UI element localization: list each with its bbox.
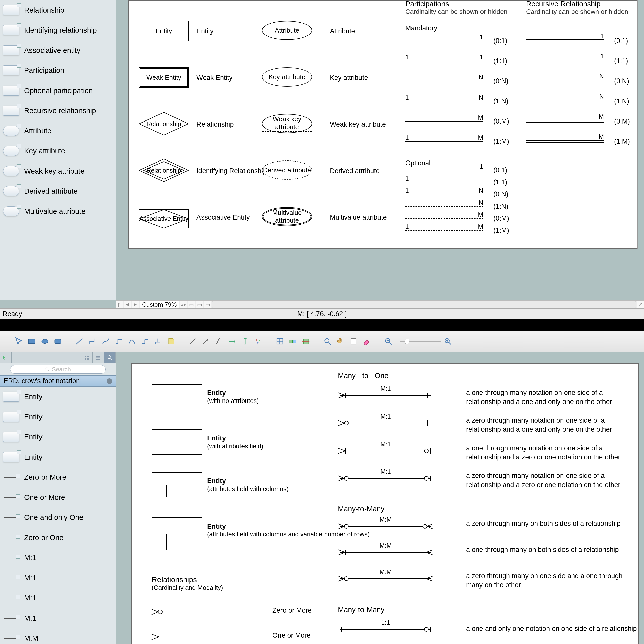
cf-m1-line[interactable]: M:1 xyxy=(338,475,433,482)
participation-line[interactable]: 11 xyxy=(405,61,483,61)
roundrect-tool-icon[interactable] xyxy=(52,335,64,347)
view-mode-3-icon[interactable]: ▭ xyxy=(204,301,211,308)
attribute-shape[interactable]: Attribute xyxy=(262,21,312,40)
panel-split-icon[interactable]: ▯ xyxy=(116,301,123,308)
multivalue-attribute-shape[interactable]: Multivalue attribute xyxy=(262,207,312,226)
lib-item[interactable]: Entity xyxy=(0,447,116,467)
pan-tool-icon[interactable] xyxy=(335,335,347,347)
lib-item[interactable]: M:1 xyxy=(0,568,116,588)
lib-item[interactable]: One or More xyxy=(0,487,116,507)
tab-tree-icon[interactable] xyxy=(0,352,12,363)
eraser-icon[interactable] xyxy=(361,335,373,347)
lib-item[interactable]: Weak key attribute xyxy=(0,161,116,181)
canvas-chen[interactable]: Participations Cardinality can be shown … xyxy=(116,0,644,300)
connector-smart-icon[interactable] xyxy=(113,335,125,347)
search-input[interactable]: Search xyxy=(10,365,106,374)
recursive-line[interactable]: M xyxy=(526,120,604,123)
optional-participation-line[interactable]: N xyxy=(405,206,483,207)
cf-rel-line[interactable] xyxy=(152,633,247,641)
pointer-tool-icon[interactable] xyxy=(13,335,25,347)
dimension-v-icon[interactable] xyxy=(239,335,251,347)
lib-item[interactable]: M:1 xyxy=(0,588,116,608)
associative-entity-shape[interactable]: Associative Entity xyxy=(139,205,189,233)
lib-item[interactable]: Relationship xyxy=(0,0,116,20)
tab-grid-icon[interactable] xyxy=(81,352,93,363)
lib-item[interactable]: Participation xyxy=(0,60,116,81)
tab-search-icon[interactable] xyxy=(104,352,116,363)
close-icon[interactable] xyxy=(107,378,112,384)
key-attribute-shape[interactable]: Key attribute xyxy=(262,67,312,87)
cf-entity-shape[interactable] xyxy=(152,384,202,409)
cf-mm-line[interactable]: M:M xyxy=(338,522,433,530)
derived-attribute-shape[interactable]: Derived attribute xyxy=(262,160,312,180)
lib-item[interactable]: M:1 xyxy=(0,548,116,568)
optional-participation-line[interactable]: 1N xyxy=(405,194,483,194)
cf-mm-line[interactable]: M:M xyxy=(338,575,433,582)
stepper-icon[interactable]: ▴▾ xyxy=(180,301,187,308)
lib-item[interactable]: Associative entity xyxy=(0,40,116,60)
zoom-in-icon[interactable] xyxy=(442,335,454,347)
lib-item[interactable]: M:M xyxy=(0,628,116,644)
cf-m1-line[interactable]: M:1 xyxy=(338,392,433,399)
connector-line-icon[interactable] xyxy=(73,335,86,347)
zoom-slider[interactable] xyxy=(400,341,441,342)
lib-item[interactable]: Key attribute xyxy=(0,141,116,161)
lib-item[interactable]: Zero or More xyxy=(0,467,116,487)
cf-rel-line[interactable] xyxy=(152,608,247,616)
view-mode-1-icon[interactable]: ▭ xyxy=(188,301,195,308)
canvas-crow[interactable]: Entity(with no attributes) Entity(with a… xyxy=(116,352,644,644)
lib-item[interactable]: Identifying relationship xyxy=(0,20,116,40)
line-diag-icon[interactable] xyxy=(187,335,199,347)
note-tool-icon[interactable] xyxy=(165,335,177,347)
cf-entity-shape[interactable] xyxy=(152,429,202,455)
relationship-shape[interactable]: Relationship xyxy=(139,112,189,136)
page-crow[interactable]: Entity(with no attributes) Entity(with a… xyxy=(131,363,639,644)
connector-tree-icon[interactable] xyxy=(152,335,164,347)
rect-tool-icon[interactable] xyxy=(26,335,38,347)
print-area-icon[interactable] xyxy=(348,335,360,347)
participation-line[interactable]: N xyxy=(405,81,483,81)
next-page-icon[interactable]: ► xyxy=(132,301,139,308)
cf-11-line[interactable]: 1:1 xyxy=(338,626,433,633)
cf-entity-shape[interactable] xyxy=(152,517,202,550)
lib-item[interactable]: Optional participation xyxy=(0,81,116,101)
dimension-h-icon[interactable] xyxy=(226,335,238,347)
connector-arc-icon[interactable] xyxy=(126,335,138,347)
snap-grid-icon[interactable] xyxy=(274,335,286,347)
lib-item[interactable]: Entity xyxy=(0,387,116,407)
participation-line[interactable]: 1M xyxy=(405,141,483,142)
connector-elbow-icon[interactable] xyxy=(87,335,99,347)
zoom-select[interactable]: Custom 79% xyxy=(140,301,179,308)
cf-m1-line[interactable]: M:1 xyxy=(338,419,433,427)
weak-entity-shape[interactable]: Weak Entity xyxy=(139,67,189,88)
recursive-line[interactable]: N xyxy=(526,80,604,82)
cf-entity-shape[interactable] xyxy=(152,472,202,497)
lib-item[interactable]: Multivalue attribute xyxy=(0,201,116,221)
lib-item[interactable]: Entity xyxy=(0,407,116,427)
lib-item[interactable]: Zero or One xyxy=(0,528,116,548)
optional-participation-line[interactable]: M xyxy=(405,218,483,219)
cf-mm-line[interactable]: M:M xyxy=(338,549,433,556)
weak-key-attribute-shape[interactable]: Weak key attribute xyxy=(262,114,312,133)
cf-m1-line[interactable]: M:1 xyxy=(338,447,433,455)
spray-icon[interactable] xyxy=(252,335,264,347)
hscroll-bar[interactable]: ▯ ◄ ► Custom 79% ▴▾ ▭ ▭ ▭ ⤢ xyxy=(116,300,644,308)
optional-participation-line[interactable]: 1 xyxy=(405,182,483,182)
snap-obj-icon[interactable] xyxy=(287,335,299,347)
optional-participation-line[interactable]: 1M xyxy=(405,230,483,231)
recursive-line[interactable]: 1 xyxy=(526,39,604,42)
zoom-out-icon[interactable] xyxy=(382,335,394,347)
participation-line[interactable]: 1N xyxy=(405,101,483,101)
lib-item[interactable]: Recursive relationship xyxy=(0,101,116,121)
page-chen[interactable]: Participations Cardinality can be shown … xyxy=(128,0,637,249)
connector-curve-icon[interactable] xyxy=(100,335,112,347)
library-header-crow[interactable]: ERD, crow's foot notation xyxy=(0,375,116,387)
identifying-relationship-shape[interactable]: Relationship xyxy=(139,158,189,182)
lib-item[interactable]: Derived attribute xyxy=(0,181,116,201)
participation-line[interactable]: M xyxy=(405,121,483,122)
view-mode-2-icon[interactable]: ▭ xyxy=(196,301,203,308)
entity-shape[interactable]: Entity xyxy=(139,21,189,41)
ellipse-tool-icon[interactable] xyxy=(39,335,51,347)
lib-item[interactable]: Entity xyxy=(0,427,116,447)
snap-guides-icon[interactable] xyxy=(300,335,312,347)
